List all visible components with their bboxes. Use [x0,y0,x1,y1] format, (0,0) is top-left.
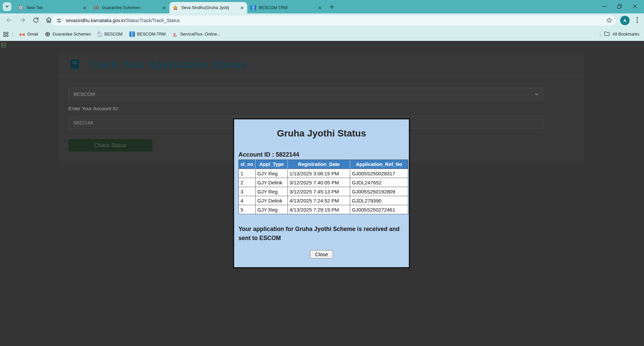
document-icon [98,32,102,37]
table-cell: 2 [239,178,256,187]
browser-tab-2[interactable]: Guarantee Schemes [90,2,169,13]
column-header: Appl_Type [256,160,288,169]
profile-avatar[interactable]: A [620,16,630,25]
bookmark-label: Guarantee Schemes [53,32,91,37]
home-icon [45,16,52,24]
bookmark-label: ServicePlus- Online... [180,32,220,37]
bookmarks-bar: GmailGuarantee SchemesBESCOMBESCOM-TRMSS… [0,27,644,41]
check-status-button[interactable]: Check Status [68,139,152,152]
tab-search-button[interactable] [3,2,11,11]
book-icon [68,58,81,71]
bescom-trm-icon [251,5,256,10]
select-chevron-icon [534,92,539,97]
bookmark-item-4[interactable]: BESCOM-TRM [129,32,166,37]
all-bookmarks[interactable]: All Bookmarks [596,31,639,37]
account-id-label: Enter Your Account ID: [68,106,119,111]
table-cell: 1/13/2025 3:08:15 PM [288,169,350,178]
broken-image-icon [1,42,7,49]
bescom-trm-icon [129,32,135,37]
table-row: 5GJY Reg4/13/2025 7:29:19 PMGJ005S250272… [239,205,408,214]
table-cell: 3/12/2025 7:45:13 PM [288,187,350,196]
tab-title: New Tab [26,5,80,10]
table-cell: 3/12/2025 7:40:05 PM [288,178,350,187]
table-row: 2GJY Delink3/12/2025 7:40:05 PMGJDL24765… [239,178,408,187]
all-bookmarks-label: All Bookmarks [612,32,639,37]
column-header: Registration_Date [288,160,350,169]
bookmarks-separator [600,32,600,37]
table-cell: GJY Reg [256,205,288,214]
table-cell: GJY Reg [256,187,288,196]
tab-title: BESCOM-TRM [259,5,315,10]
tab-close-icon[interactable] [162,6,166,10]
chrome-icon [18,5,23,10]
table-cell: 5 [239,205,256,214]
table-cell: GJDL247652 [350,178,408,187]
close-icon [633,4,637,10]
browser-toolbar: sevasindhu.karnataka.gov.in/StatucTrack/… [0,13,644,27]
tab-close-icon[interactable] [83,6,87,10]
minimize-button[interactable] [596,0,612,13]
forward-button[interactable] [18,16,27,25]
window-controls [596,0,643,13]
tab-close-icon[interactable] [240,6,244,10]
column-header: sl_no [239,160,256,169]
new-tab-button[interactable] [329,4,334,10]
table-cell: GJDL279390 [350,196,408,205]
tab-strip: New TabGuarantee SchemesSeva Sindhu(Gruh… [0,0,644,13]
tab-title: Guarantee Schemes [102,5,160,10]
status-table: sl_noAppl_TypeRegistration_DateApplicati… [238,160,408,214]
gmail-icon [19,32,25,37]
browser-menu-icon[interactable] [637,17,638,23]
tabs-container: New TabGuarantee SchemesSeva Sindhu(Gruh… [15,2,325,13]
table-cell: 3 [239,187,256,196]
bookmark-label: BESCOM [104,32,122,37]
globe-icon [94,5,99,10]
modal-close-button[interactable]: Close [310,250,333,258]
plus-icon [329,4,334,10]
browser-tab-4[interactable]: BESCOM-TRM [247,2,325,13]
bookmark-item-1[interactable]: Gmail [19,32,38,37]
page-title: Track Your Application Status [89,58,247,71]
bookmark-star-icon[interactable] [606,17,612,23]
page-content: Track Your Application Status BESCOM Ent… [0,41,644,346]
globe-icon [45,32,50,37]
tab-close-icon[interactable] [318,6,322,10]
modal-footer: Close [234,250,409,258]
modal-account-id: Account ID : 5822144 [238,151,409,158]
browser-tab-3[interactable]: Seva Sindhu(Gruha Jyoti) [169,2,247,13]
bookmarks-separator [12,32,12,37]
bookmark-label: BESCOM-TRM [137,32,166,37]
table-cell: 4/13/2025 7:24:52 PM [288,196,350,205]
bookmark-item-3[interactable]: BESCOM [98,32,122,37]
table-row: 4GJY Delink4/13/2025 7:24:52 PMGJDL27939… [239,196,408,205]
bookmark-item-2[interactable]: Guarantee Schemes [45,32,91,37]
modal-title: Gruha Jyothi Status [234,128,409,139]
modal-message: Your application for Gruha Jyothi Scheme… [238,225,407,243]
restore-button[interactable] [612,0,627,13]
emblem-icon [173,5,178,10]
url-path: /StatucTrack/Track_Status [125,18,180,23]
folder-icon [604,31,610,37]
bookmark-label: Gmail [27,32,38,37]
table-cell: 4 [239,196,256,205]
bookmark-item-5[interactable]: SServicePlus- Online... [172,32,220,37]
table-cell: GJY Reg [256,169,288,178]
apps-grid-icon[interactable] [3,32,8,37]
back-arrow-icon [5,16,13,25]
provider-select[interactable]: BESCOM [68,88,543,100]
table-cell: GJ005S250028317 [350,169,408,178]
reload-button[interactable] [32,16,40,25]
table-cell: GJY Delink [256,196,288,205]
address-bar[interactable]: sevasindhu.karnataka.gov.in/StatucTrack/… [52,15,616,25]
bookmarks-list: GmailGuarantee SchemesBESCOMBESCOM-TRMSS… [16,32,224,37]
restore-icon [617,4,622,10]
card-header: Track Your Application Status [59,53,584,77]
serviceplus-icon: S [172,32,178,37]
back-button[interactable] [5,16,13,25]
site-info-icon[interactable] [56,18,62,23]
tab-title: Seva Sindhu(Gruha Jyoti) [181,5,237,10]
close-window-button[interactable] [627,0,643,13]
svg-text:S: S [173,32,176,37]
browser-tab-1[interactable]: New Tab [15,2,90,13]
status-modal: Gruha Jyothi Status Account ID : 5822144… [233,118,410,268]
